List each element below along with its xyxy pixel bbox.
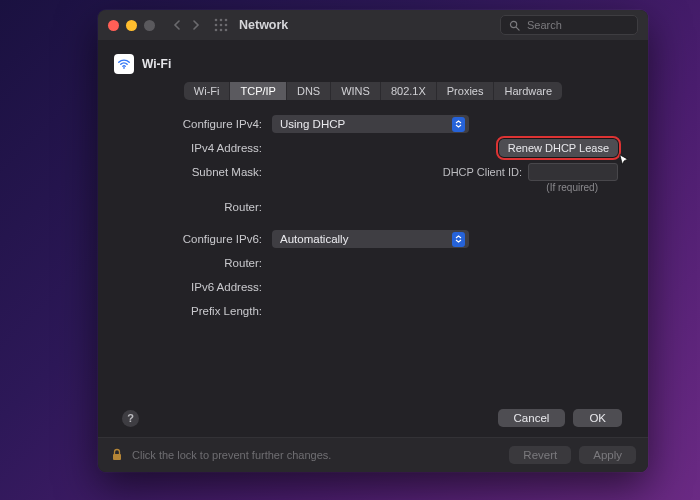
context-label: Wi-Fi <box>142 57 171 71</box>
tab-bar: Wi-Fi TCP/IP DNS WINS 802.1X Proxies Har… <box>184 82 562 100</box>
sheet-body: Wi-Fi Wi-Fi TCP/IP DNS WINS 802.1X Proxi… <box>98 40 648 437</box>
svg-point-4 <box>220 24 223 27</box>
window-title: Network <box>239 18 500 32</box>
tab-hardware[interactable]: Hardware <box>494 82 562 100</box>
ipv6-address-label: IPv6 Address: <box>122 281 272 293</box>
svg-point-7 <box>220 29 223 32</box>
svg-point-2 <box>225 19 228 22</box>
preferences-window: Network Wi-Fi Wi-Fi TCP/IP DNS WINS 802.… <box>98 10 648 472</box>
chevron-updown-icon <box>452 232 465 247</box>
forward-button[interactable] <box>187 16 205 34</box>
tab-wifi[interactable]: Wi-Fi <box>184 82 231 100</box>
svg-point-1 <box>220 19 223 22</box>
sheet-footer: ? Cancel OK <box>112 401 634 437</box>
close-icon[interactable] <box>108 20 119 31</box>
dhcp-client-id-input[interactable] <box>528 163 618 181</box>
renew-dhcp-lease-button[interactable]: Renew DHCP Lease <box>499 139 618 157</box>
ipv4-address-label: IPv4 Address: <box>122 142 272 154</box>
context-header: Wi-Fi <box>114 54 634 74</box>
wifi-icon <box>114 54 134 74</box>
apply-button[interactable]: Apply <box>579 446 636 464</box>
svg-point-0 <box>215 19 218 22</box>
nav-back-forward <box>167 16 205 34</box>
dhcp-client-id-label: DHCP Client ID: <box>443 166 522 178</box>
lock-text: Click the lock to prevent further change… <box>132 449 501 461</box>
svg-point-6 <box>215 29 218 32</box>
ok-button[interactable]: OK <box>573 409 622 427</box>
cancel-button[interactable]: Cancel <box>498 409 566 427</box>
svg-point-11 <box>123 67 125 69</box>
help-button[interactable]: ? <box>122 410 139 427</box>
configure-ipv4-select[interactable]: Using DHCP <box>272 115 469 133</box>
chevron-updown-icon <box>452 117 465 132</box>
svg-point-9 <box>510 21 516 27</box>
search-input[interactable] <box>525 18 619 32</box>
router-label: Router: <box>122 201 272 213</box>
dhcp-client-id-hint: (If required) <box>122 182 598 193</box>
subnet-mask-label: Subnet Mask: <box>122 166 272 178</box>
router6-label: Router: <box>122 257 272 269</box>
back-button[interactable] <box>167 16 185 34</box>
configure-ipv4-label: Configure IPv4: <box>122 118 272 130</box>
tab-wins[interactable]: WINS <box>331 82 381 100</box>
window-footer: Click the lock to prevent further change… <box>98 437 648 472</box>
zoom-icon[interactable] <box>144 20 155 31</box>
titlebar: Network <box>98 10 648 40</box>
prefix-length-label: Prefix Length: <box>122 305 272 317</box>
search-field[interactable] <box>500 15 638 35</box>
configure-ipv6-value: Automatically <box>280 233 348 245</box>
revert-button[interactable]: Revert <box>509 446 571 464</box>
search-icon <box>509 20 520 31</box>
show-all-icon[interactable] <box>213 17 229 33</box>
svg-point-3 <box>215 24 218 27</box>
configure-ipv4-value: Using DHCP <box>280 118 345 130</box>
tab-proxies[interactable]: Proxies <box>437 82 495 100</box>
lock-icon[interactable] <box>110 448 124 462</box>
svg-rect-12 <box>113 454 121 460</box>
svg-line-10 <box>516 27 519 30</box>
tab-dns[interactable]: DNS <box>287 82 331 100</box>
tcpip-form: Configure IPv4: Using DHCP IPv4 Address:… <box>112 112 634 323</box>
configure-ipv6-label: Configure IPv6: <box>122 233 272 245</box>
configure-ipv6-select[interactable]: Automatically <box>272 230 469 248</box>
tab-tcpip[interactable]: TCP/IP <box>230 82 286 100</box>
svg-point-5 <box>225 24 228 27</box>
minimize-icon[interactable] <box>126 20 137 31</box>
tab-8021x[interactable]: 802.1X <box>381 82 437 100</box>
cursor-icon <box>618 153 632 167</box>
svg-point-8 <box>225 29 228 32</box>
traffic-lights <box>108 20 155 31</box>
